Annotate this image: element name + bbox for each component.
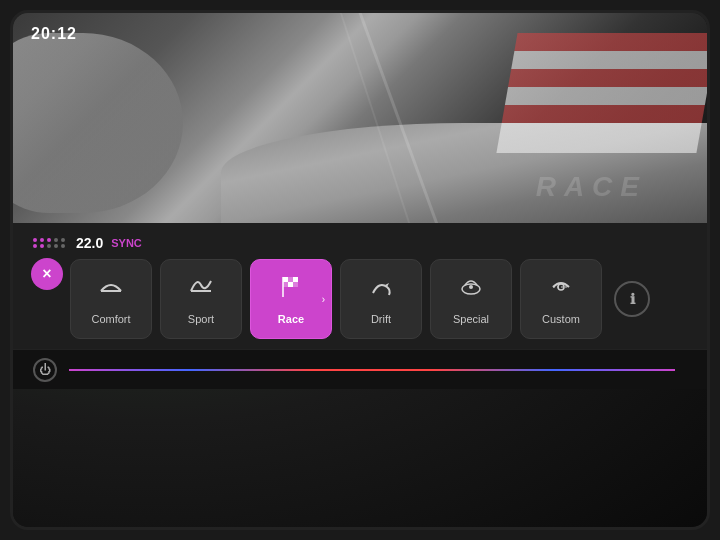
accent-line (69, 369, 675, 371)
custom-label: Custom (542, 313, 580, 325)
dot (40, 244, 44, 248)
special-label: Special (453, 313, 489, 325)
dot (61, 238, 65, 242)
race-track-banner: RACE 20:12 (13, 13, 707, 223)
power-icon: ⏻ (39, 363, 51, 377)
dot (54, 238, 58, 242)
dot (47, 244, 51, 248)
dot (54, 244, 58, 248)
mode-drift-button[interactable]: Drift (340, 259, 422, 339)
comfort-icon (97, 273, 125, 307)
power-button[interactable]: ⏻ (33, 358, 57, 382)
close-button[interactable]: × (31, 258, 63, 290)
sport-icon (187, 273, 215, 307)
drive-modes-row: Comfort Sport (29, 259, 691, 339)
dot (40, 238, 44, 242)
svg-rect-5 (288, 282, 293, 287)
dot (61, 244, 65, 248)
special-icon (457, 273, 485, 307)
dot (47, 238, 51, 242)
car-silhouette (13, 33, 183, 213)
stats-row: 22.0 SYNC (29, 235, 691, 251)
stat-value: 22.0 (76, 235, 103, 251)
svg-rect-6 (293, 277, 298, 282)
mode-sport-button[interactable]: Sport (160, 259, 242, 339)
main-screen: RACE 20:12 × (13, 13, 707, 527)
drift-label: Drift (371, 313, 391, 325)
track-barrier (496, 33, 707, 153)
stat-label: SYNC (111, 237, 142, 249)
race-label: Race (278, 313, 304, 325)
drift-icon (367, 273, 395, 307)
svg-rect-7 (293, 282, 298, 287)
dot (33, 244, 37, 248)
track-background: RACE (13, 13, 707, 223)
mode-race-button[interactable]: Race › (250, 259, 332, 339)
bottom-bar: ⏻ (13, 349, 707, 389)
custom-icon (547, 273, 575, 307)
stat-dots-top (33, 238, 66, 242)
comfort-label: Comfort (91, 313, 130, 325)
info-button[interactable]: ℹ (614, 281, 650, 317)
svg-point-10 (469, 285, 473, 289)
time-display: 20:12 (31, 25, 77, 43)
race-icon (277, 273, 305, 307)
svg-rect-3 (288, 277, 293, 282)
mode-comfort-button[interactable]: Comfort (70, 259, 152, 339)
info-icon: ℹ (630, 291, 635, 307)
control-area: 22.0 SYNC Comfort (13, 223, 707, 349)
stat-dots-bottom (33, 244, 66, 248)
sport-label: Sport (188, 313, 214, 325)
chevron-right-icon: › (322, 294, 325, 305)
mode-special-button[interactable]: Special (430, 259, 512, 339)
mode-custom-button[interactable]: Custom (520, 259, 602, 339)
dot (33, 238, 37, 242)
stat-icon-group-1 (33, 238, 66, 248)
track-text: RACE (536, 171, 647, 203)
car-infotainment-screen: RACE 20:12 × (10, 10, 710, 530)
